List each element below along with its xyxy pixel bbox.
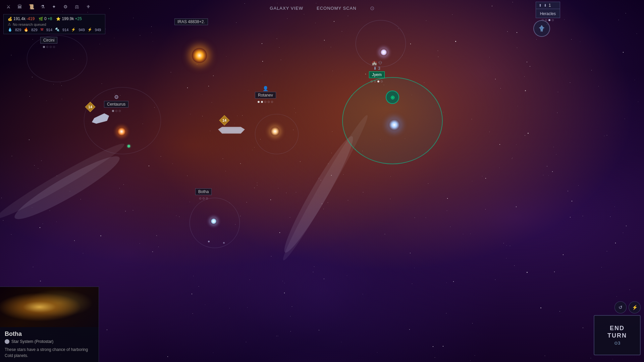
heracles-ship-button[interactable] xyxy=(533,20,550,37)
star-particle xyxy=(347,276,347,276)
star-particle xyxy=(438,57,438,57)
star-particle xyxy=(495,280,495,280)
jyem-system[interactable]: 🏰 🛡 ⬇ 3 Jyem xyxy=(369,60,385,82)
star-particle xyxy=(517,48,517,48)
star-particle xyxy=(552,171,553,172)
action-icon: ⚡ xyxy=(632,305,638,310)
toolbar-icon-balance[interactable]: ⚖ xyxy=(72,2,82,12)
botha-star-glow xyxy=(210,218,217,225)
nav-extra-icon[interactable]: ⊙ xyxy=(370,5,374,11)
star-particle xyxy=(518,106,518,106)
star-particle xyxy=(323,209,324,209)
star-particle xyxy=(334,21,334,22)
toolbar-icon-special[interactable]: ⚜ xyxy=(83,2,93,12)
galaxy-view-button[interactable]: GALAXY VIEW xyxy=(270,6,303,11)
economy-scan-button[interactable]: ECONOMY SCAN xyxy=(317,6,357,11)
star-particle xyxy=(11,55,11,55)
star-particle xyxy=(612,359,613,359)
jyem-green-icon[interactable]: ⊕ xyxy=(386,90,399,104)
rotanev-label: Rotanev xyxy=(255,92,276,99)
no-research-notice[interactable]: ⚠ No research queued xyxy=(8,22,101,26)
info-panel-subtitle: Star System (Protostar) xyxy=(5,339,94,344)
star-particle xyxy=(545,356,545,356)
quick-action-button[interactable]: ⚡ xyxy=(629,301,641,313)
iras-system[interactable]: IRAS 48838+2. xyxy=(174,18,208,26)
star-particle xyxy=(315,23,316,23)
end-turn-button[interactable]: END TURN ⊙3 xyxy=(594,315,641,355)
toolbar-icon-research[interactable]: ⚗ xyxy=(38,2,48,12)
jyem-shield-count: ⬇ xyxy=(373,66,377,71)
star-particle xyxy=(610,217,610,217)
star-particle xyxy=(514,265,515,266)
star-particle xyxy=(210,131,210,131)
star-particle xyxy=(512,158,513,158)
star-particle xyxy=(304,14,304,14)
jyem-count: 3 xyxy=(378,66,380,71)
circini-label: Circini xyxy=(40,37,57,44)
star-particle xyxy=(572,201,572,201)
star-particle xyxy=(554,272,555,272)
star-particle xyxy=(12,156,12,156)
star-particle xyxy=(570,82,570,83)
star-particle xyxy=(390,199,390,199)
star-particle xyxy=(38,168,38,169)
resource-bar: 💰 191.4k -419 🌿 0 +8 ⭐ 199.9k +25 ⚠ No r… xyxy=(3,14,105,34)
star-particle xyxy=(528,133,529,134)
star-particle xyxy=(62,99,62,99)
star-particle xyxy=(455,41,456,42)
star-particle xyxy=(536,39,537,40)
star-particle xyxy=(296,192,296,192)
star-particle xyxy=(615,243,616,243)
toolbar-icon-combat[interactable]: ⚔ xyxy=(3,2,13,12)
info-panel[interactable]: Botha Star System (Protostar) These star… xyxy=(0,287,99,362)
star-particle xyxy=(443,112,444,112)
star-particle xyxy=(485,178,486,179)
star-particle xyxy=(500,88,501,88)
star-particle xyxy=(525,90,526,91)
star-particle xyxy=(246,342,246,342)
star-particle xyxy=(559,311,560,312)
map-rotate-button[interactable]: ↺ xyxy=(614,301,627,313)
star-particle xyxy=(517,32,517,33)
top-navigation: GALAXY VIEW ECONOMY SCAN ⊙ xyxy=(270,5,374,11)
star-particle xyxy=(158,247,159,247)
star-particle xyxy=(199,286,199,287)
botha-system[interactable]: Botha xyxy=(195,188,212,199)
toolbar-icon-empire[interactable]: 🏛 xyxy=(15,2,25,12)
star-particle xyxy=(527,62,527,62)
star-particle xyxy=(119,188,120,188)
toolbar-icon-diplomacy[interactable]: 📜 xyxy=(26,2,36,12)
star-particle xyxy=(625,119,625,119)
star-particle xyxy=(637,34,637,34)
star-particle xyxy=(564,19,565,20)
star-particle xyxy=(503,243,504,243)
star-particle xyxy=(512,159,512,159)
centaurus-star-glow xyxy=(117,127,126,136)
star-particle xyxy=(343,174,343,175)
centaurus-green-dot xyxy=(127,145,130,147)
toolbar-icon-star[interactable]: ✦ xyxy=(49,2,59,12)
star-particle xyxy=(331,175,332,176)
star-particle xyxy=(61,85,62,86)
star-particle xyxy=(553,147,554,147)
star-particle xyxy=(607,135,607,135)
star-particle xyxy=(1,198,2,198)
toolbar-icon-settings[interactable]: ⚙ xyxy=(60,2,70,12)
star-particle xyxy=(43,224,43,224)
star-particle xyxy=(598,86,599,86)
star-particle xyxy=(140,243,140,244)
centaurus-system[interactable]: ⚙ Centaurus xyxy=(104,94,128,112)
star-particle xyxy=(630,290,630,290)
star-particle xyxy=(623,233,623,233)
star-particle xyxy=(187,176,187,176)
star-particle xyxy=(34,165,35,166)
circini-system[interactable]: Circini xyxy=(40,37,57,48)
star-particle xyxy=(415,218,415,218)
star-particle xyxy=(290,331,291,331)
rotanev-system[interactable]: 👤 Rotanev xyxy=(255,86,276,103)
star-particle xyxy=(279,47,279,48)
star-particle xyxy=(516,144,517,145)
star-particle xyxy=(33,39,33,40)
star-particle xyxy=(331,153,332,153)
star-particle xyxy=(151,26,152,27)
